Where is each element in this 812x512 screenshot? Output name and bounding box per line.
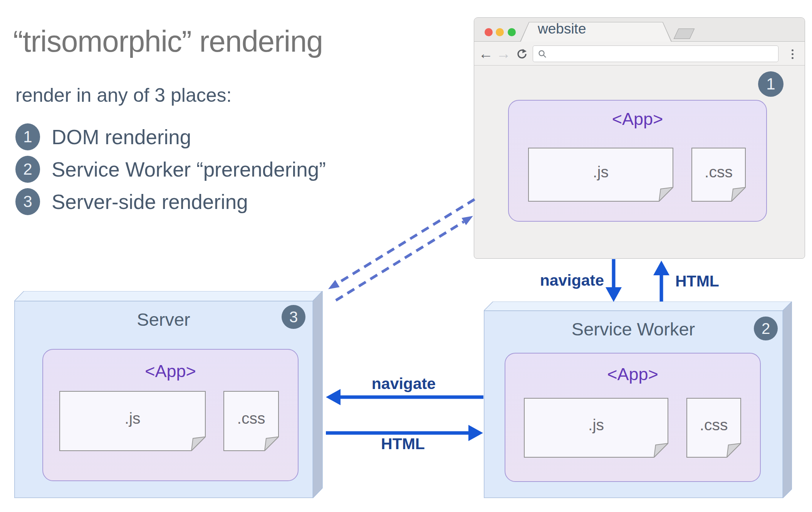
- render-places-list: 1 DOM rendering 2 Service Worker “preren…: [15, 123, 326, 215]
- service-worker-box: Service Worker 2 <App> .js .css: [484, 301, 792, 498]
- navigate-label-horizontal: navigate: [346, 375, 461, 393]
- css-file: .css: [691, 148, 746, 202]
- css-file: .css: [686, 398, 741, 458]
- html-up-arrow: [653, 261, 669, 301]
- diagram-badge-3: 3: [282, 305, 305, 329]
- html-label-horizontal: HTML: [345, 435, 461, 453]
- browser-titlebar: website: [474, 18, 805, 42]
- reload-icon: [516, 48, 528, 60]
- reload-button[interactable]: [514, 42, 530, 66]
- number-badge-1: 1: [15, 123, 40, 150]
- close-window-button[interactable]: [485, 28, 493, 36]
- browser-window: website ← → 1 <App>: [474, 17, 805, 259]
- minimize-window-button[interactable]: [496, 28, 504, 36]
- js-file-label: .js: [59, 391, 206, 446]
- server-box: Server 3 <App> .js .css: [14, 291, 323, 498]
- browser-app-box: <App> .js .css: [508, 100, 767, 222]
- url-bar: [533, 45, 778, 62]
- navigate-label-vertical: navigate: [508, 271, 604, 290]
- list-item-label: DOM rendering: [52, 125, 191, 149]
- css-file-label: .css: [691, 148, 746, 196]
- js-file: .js: [528, 148, 673, 202]
- list-item-server-side: 3 Server-side rendering: [15, 188, 326, 215]
- server-title: Server: [14, 309, 313, 330]
- list-item-label: Service Worker “prerendering”: [52, 158, 326, 181]
- service-worker-title: Service Worker: [484, 318, 783, 340]
- list-item-label: Server-side rendering: [52, 190, 248, 214]
- navigate-down-arrow: [606, 259, 622, 302]
- browser-toolbar: ← →: [474, 42, 805, 66]
- url-input[interactable]: [547, 46, 778, 62]
- js-file: .js: [524, 398, 668, 458]
- diagram-badge-2: 2: [754, 317, 778, 340]
- dashed-arrow-to-server: [328, 199, 475, 289]
- page-title: “trisomorphic” rendering: [13, 24, 323, 59]
- number-badge-2: 2: [15, 156, 40, 183]
- app-component-label: <App>: [505, 364, 760, 384]
- page-subtitle: render in any of 3 places:: [15, 84, 232, 106]
- list-item-dom-rendering: 1 DOM rendering: [15, 123, 326, 150]
- number-badge-3: 3: [15, 188, 40, 215]
- css-file-label: .css: [223, 391, 279, 446]
- html-label-vertical: HTML: [675, 272, 719, 290]
- diagram-badge-1: 1: [758, 71, 783, 97]
- back-button[interactable]: ←: [478, 42, 493, 66]
- new-tab-button[interactable]: [674, 29, 695, 39]
- service-worker-app-box: <App> .js .css: [505, 353, 761, 482]
- forward-button[interactable]: →: [496, 42, 511, 66]
- search-icon: [538, 49, 547, 59]
- css-file-label: .css: [686, 398, 741, 452]
- dashed-arrow-to-browser: [336, 216, 473, 300]
- zoom-window-button[interactable]: [508, 28, 516, 36]
- list-item-service-worker: 2 Service Worker “prerendering”: [15, 156, 326, 183]
- browser-menu-button[interactable]: [785, 47, 799, 61]
- js-file: .js: [59, 391, 206, 451]
- js-file-label: .js: [528, 148, 673, 196]
- css-file: .css: [223, 391, 279, 451]
- server-app-box: <App> .js .css: [42, 349, 299, 481]
- js-file-label: .js: [524, 398, 668, 452]
- app-component-label: <App>: [43, 361, 298, 381]
- tab-title: website: [538, 21, 586, 37]
- app-component-label: <App>: [509, 109, 766, 129]
